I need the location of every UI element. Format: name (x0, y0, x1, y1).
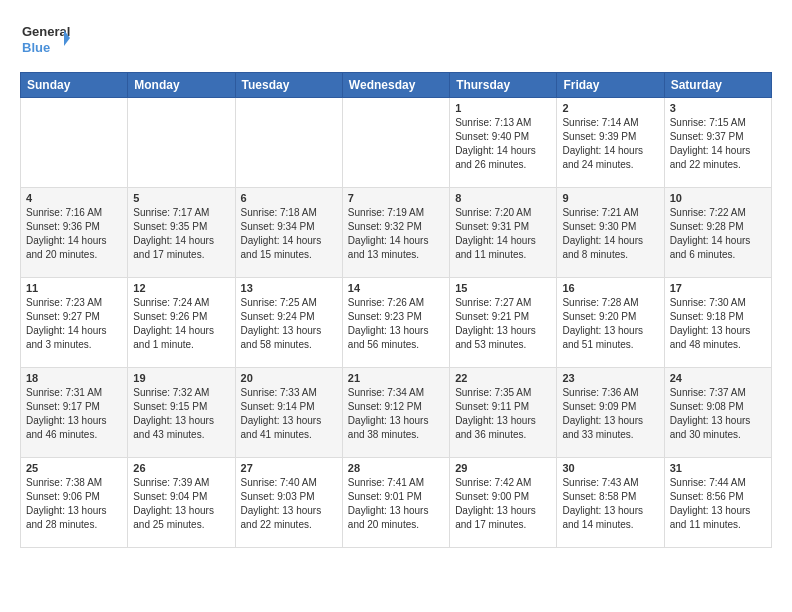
calendar-table: SundayMondayTuesdayWednesdayThursdayFrid… (20, 72, 772, 548)
calendar-cell: 16Sunrise: 7:28 AM Sunset: 9:20 PM Dayli… (557, 278, 664, 368)
day-number: 26 (133, 462, 229, 474)
svg-text:Blue: Blue (22, 40, 50, 55)
calendar-cell: 29Sunrise: 7:42 AM Sunset: 9:00 PM Dayli… (450, 458, 557, 548)
calendar-cell: 9Sunrise: 7:21 AM Sunset: 9:30 PM Daylig… (557, 188, 664, 278)
calendar-cell: 6Sunrise: 7:18 AM Sunset: 9:34 PM Daylig… (235, 188, 342, 278)
calendar-week-row: 25Sunrise: 7:38 AM Sunset: 9:06 PM Dayli… (21, 458, 772, 548)
day-number: 10 (670, 192, 766, 204)
day-info: Sunrise: 7:23 AM Sunset: 9:27 PM Dayligh… (26, 296, 122, 352)
calendar-cell: 28Sunrise: 7:41 AM Sunset: 9:01 PM Dayli… (342, 458, 449, 548)
day-info: Sunrise: 7:25 AM Sunset: 9:24 PM Dayligh… (241, 296, 337, 352)
day-info: Sunrise: 7:32 AM Sunset: 9:15 PM Dayligh… (133, 386, 229, 442)
calendar-cell: 2Sunrise: 7:14 AM Sunset: 9:39 PM Daylig… (557, 98, 664, 188)
calendar-cell: 7Sunrise: 7:19 AM Sunset: 9:32 PM Daylig… (342, 188, 449, 278)
calendar-week-row: 4Sunrise: 7:16 AM Sunset: 9:36 PM Daylig… (21, 188, 772, 278)
calendar-week-row: 11Sunrise: 7:23 AM Sunset: 9:27 PM Dayli… (21, 278, 772, 368)
day-of-week-header: Thursday (450, 73, 557, 98)
day-number: 14 (348, 282, 444, 294)
day-number: 17 (670, 282, 766, 294)
day-info: Sunrise: 7:21 AM Sunset: 9:30 PM Dayligh… (562, 206, 658, 262)
calendar-cell: 20Sunrise: 7:33 AM Sunset: 9:14 PM Dayli… (235, 368, 342, 458)
calendar-cell: 24Sunrise: 7:37 AM Sunset: 9:08 PM Dayli… (664, 368, 771, 458)
day-number: 15 (455, 282, 551, 294)
day-info: Sunrise: 7:30 AM Sunset: 9:18 PM Dayligh… (670, 296, 766, 352)
day-info: Sunrise: 7:43 AM Sunset: 8:58 PM Dayligh… (562, 476, 658, 532)
day-of-week-header: Tuesday (235, 73, 342, 98)
day-number: 27 (241, 462, 337, 474)
calendar-cell: 10Sunrise: 7:22 AM Sunset: 9:28 PM Dayli… (664, 188, 771, 278)
day-number: 20 (241, 372, 337, 384)
day-info: Sunrise: 7:22 AM Sunset: 9:28 PM Dayligh… (670, 206, 766, 262)
day-number: 1 (455, 102, 551, 114)
calendar-cell: 17Sunrise: 7:30 AM Sunset: 9:18 PM Dayli… (664, 278, 771, 368)
calendar-cell: 19Sunrise: 7:32 AM Sunset: 9:15 PM Dayli… (128, 368, 235, 458)
day-info: Sunrise: 7:39 AM Sunset: 9:04 PM Dayligh… (133, 476, 229, 532)
day-info: Sunrise: 7:35 AM Sunset: 9:11 PM Dayligh… (455, 386, 551, 442)
day-number: 13 (241, 282, 337, 294)
calendar-cell: 21Sunrise: 7:34 AM Sunset: 9:12 PM Dayli… (342, 368, 449, 458)
calendar-cell: 4Sunrise: 7:16 AM Sunset: 9:36 PM Daylig… (21, 188, 128, 278)
day-number: 31 (670, 462, 766, 474)
day-info: Sunrise: 7:26 AM Sunset: 9:23 PM Dayligh… (348, 296, 444, 352)
day-number: 16 (562, 282, 658, 294)
day-info: Sunrise: 7:16 AM Sunset: 9:36 PM Dayligh… (26, 206, 122, 262)
day-info: Sunrise: 7:13 AM Sunset: 9:40 PM Dayligh… (455, 116, 551, 172)
svg-text:General: General (22, 24, 70, 39)
day-info: Sunrise: 7:15 AM Sunset: 9:37 PM Dayligh… (670, 116, 766, 172)
day-number: 21 (348, 372, 444, 384)
logo: General Blue (20, 20, 70, 62)
day-number: 4 (26, 192, 122, 204)
day-info: Sunrise: 7:44 AM Sunset: 8:56 PM Dayligh… (670, 476, 766, 532)
calendar-header-row: SundayMondayTuesdayWednesdayThursdayFrid… (21, 73, 772, 98)
day-of-week-header: Saturday (664, 73, 771, 98)
day-of-week-header: Wednesday (342, 73, 449, 98)
day-number: 23 (562, 372, 658, 384)
day-info: Sunrise: 7:27 AM Sunset: 9:21 PM Dayligh… (455, 296, 551, 352)
day-of-week-header: Sunday (21, 73, 128, 98)
day-info: Sunrise: 7:37 AM Sunset: 9:08 PM Dayligh… (670, 386, 766, 442)
day-number: 12 (133, 282, 229, 294)
day-info: Sunrise: 7:41 AM Sunset: 9:01 PM Dayligh… (348, 476, 444, 532)
calendar-week-row: 18Sunrise: 7:31 AM Sunset: 9:17 PM Dayli… (21, 368, 772, 458)
calendar-cell (342, 98, 449, 188)
calendar-cell: 31Sunrise: 7:44 AM Sunset: 8:56 PM Dayli… (664, 458, 771, 548)
day-number: 30 (562, 462, 658, 474)
calendar-cell: 27Sunrise: 7:40 AM Sunset: 9:03 PM Dayli… (235, 458, 342, 548)
page-header: General Blue (20, 20, 772, 62)
day-number: 2 (562, 102, 658, 114)
calendar-cell: 22Sunrise: 7:35 AM Sunset: 9:11 PM Dayli… (450, 368, 557, 458)
calendar-cell: 12Sunrise: 7:24 AM Sunset: 9:26 PM Dayli… (128, 278, 235, 368)
day-number: 19 (133, 372, 229, 384)
day-info: Sunrise: 7:17 AM Sunset: 9:35 PM Dayligh… (133, 206, 229, 262)
day-info: Sunrise: 7:24 AM Sunset: 9:26 PM Dayligh… (133, 296, 229, 352)
day-info: Sunrise: 7:36 AM Sunset: 9:09 PM Dayligh… (562, 386, 658, 442)
day-number: 24 (670, 372, 766, 384)
day-info: Sunrise: 7:18 AM Sunset: 9:34 PM Dayligh… (241, 206, 337, 262)
day-info: Sunrise: 7:19 AM Sunset: 9:32 PM Dayligh… (348, 206, 444, 262)
calendar-cell (21, 98, 128, 188)
day-info: Sunrise: 7:33 AM Sunset: 9:14 PM Dayligh… (241, 386, 337, 442)
day-info: Sunrise: 7:14 AM Sunset: 9:39 PM Dayligh… (562, 116, 658, 172)
day-number: 6 (241, 192, 337, 204)
day-info: Sunrise: 7:20 AM Sunset: 9:31 PM Dayligh… (455, 206, 551, 262)
day-number: 22 (455, 372, 551, 384)
day-number: 3 (670, 102, 766, 114)
day-info: Sunrise: 7:31 AM Sunset: 9:17 PM Dayligh… (26, 386, 122, 442)
calendar-cell: 14Sunrise: 7:26 AM Sunset: 9:23 PM Dayli… (342, 278, 449, 368)
day-number: 29 (455, 462, 551, 474)
calendar-cell: 18Sunrise: 7:31 AM Sunset: 9:17 PM Dayli… (21, 368, 128, 458)
day-number: 18 (26, 372, 122, 384)
calendar-cell: 8Sunrise: 7:20 AM Sunset: 9:31 PM Daylig… (450, 188, 557, 278)
day-info: Sunrise: 7:28 AM Sunset: 9:20 PM Dayligh… (562, 296, 658, 352)
calendar-body: 1Sunrise: 7:13 AM Sunset: 9:40 PM Daylig… (21, 98, 772, 548)
day-info: Sunrise: 7:38 AM Sunset: 9:06 PM Dayligh… (26, 476, 122, 532)
calendar-cell: 5Sunrise: 7:17 AM Sunset: 9:35 PM Daylig… (128, 188, 235, 278)
calendar-cell: 1Sunrise: 7:13 AM Sunset: 9:40 PM Daylig… (450, 98, 557, 188)
day-number: 5 (133, 192, 229, 204)
calendar-cell: 13Sunrise: 7:25 AM Sunset: 9:24 PM Dayli… (235, 278, 342, 368)
calendar-cell: 23Sunrise: 7:36 AM Sunset: 9:09 PM Dayli… (557, 368, 664, 458)
day-of-week-header: Monday (128, 73, 235, 98)
calendar-cell: 3Sunrise: 7:15 AM Sunset: 9:37 PM Daylig… (664, 98, 771, 188)
calendar-cell: 11Sunrise: 7:23 AM Sunset: 9:27 PM Dayli… (21, 278, 128, 368)
calendar-cell: 15Sunrise: 7:27 AM Sunset: 9:21 PM Dayli… (450, 278, 557, 368)
